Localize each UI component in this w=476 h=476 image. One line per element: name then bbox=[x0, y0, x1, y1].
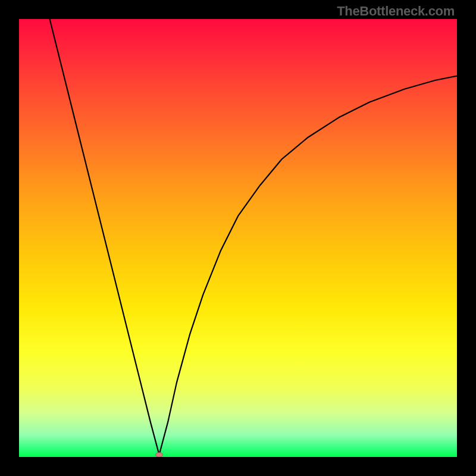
curve-layer bbox=[19, 19, 457, 457]
optimum-marker bbox=[156, 452, 163, 457]
plot-area bbox=[19, 19, 457, 457]
bottleneck-curve bbox=[50, 19, 457, 455]
attribution-label: TheBottleneck.com bbox=[337, 4, 455, 19]
bottleneck-chart: TheBottleneck.com bbox=[0, 0, 476, 476]
